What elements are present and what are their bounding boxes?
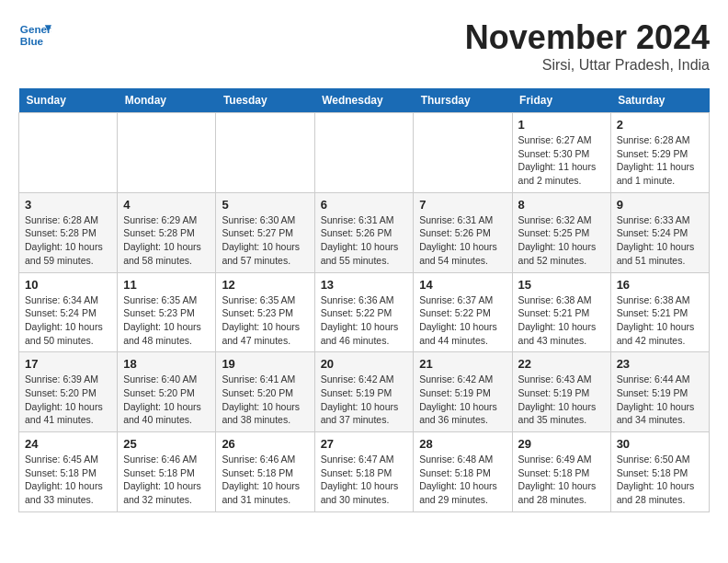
calendar-day-cell: 21Sunrise: 6:42 AM Sunset: 5:19 PM Dayli…	[414, 352, 512, 432]
day-info: Sunrise: 6:31 AM Sunset: 5:26 PM Dayligh…	[419, 213, 506, 268]
calendar-day-cell: 5Sunrise: 6:30 AM Sunset: 5:27 PM Daylig…	[216, 192, 314, 272]
calendar-day-cell: 1Sunrise: 6:27 AM Sunset: 5:30 PM Daylig…	[512, 113, 610, 193]
day-info: Sunrise: 6:37 AM Sunset: 5:22 PM Dayligh…	[419, 293, 506, 348]
page-header: General Blue November 2024 Sirsi, Uttar …	[18, 18, 710, 74]
calendar-header-cell: Friday	[512, 88, 610, 113]
day-info: Sunrise: 6:42 AM Sunset: 5:19 PM Dayligh…	[419, 373, 506, 427]
day-number: 5	[222, 198, 308, 212]
title-block: November 2024 Sirsi, Uttar Pradesh, Indi…	[465, 18, 710, 74]
day-number: 18	[123, 357, 210, 371]
calendar-day-cell: 24Sunrise: 6:45 AM Sunset: 5:18 PM Dayli…	[19, 432, 118, 512]
calendar-header-cell: Thursday	[414, 88, 512, 113]
day-number: 30	[617, 437, 703, 451]
day-info: Sunrise: 6:38 AM Sunset: 5:21 PM Dayligh…	[518, 293, 605, 348]
calendar-day-cell: 14Sunrise: 6:37 AM Sunset: 5:22 PM Dayli…	[414, 272, 512, 352]
calendar-week-row: 24Sunrise: 6:45 AM Sunset: 5:18 PM Dayli…	[19, 432, 710, 512]
location-subtitle: Sirsi, Uttar Pradesh, India	[465, 57, 710, 74]
day-number: 13	[321, 278, 408, 292]
day-number: 8	[518, 198, 605, 212]
calendar-day-cell	[216, 113, 314, 193]
day-number: 16	[617, 278, 703, 292]
calendar-day-cell: 6Sunrise: 6:31 AM Sunset: 5:26 PM Daylig…	[314, 192, 414, 272]
calendar-week-row: 1Sunrise: 6:27 AM Sunset: 5:30 PM Daylig…	[19, 113, 710, 193]
day-info: Sunrise: 6:28 AM Sunset: 5:29 PM Dayligh…	[617, 133, 703, 188]
calendar-week-row: 10Sunrise: 6:34 AM Sunset: 5:24 PM Dayli…	[19, 272, 710, 352]
day-info: Sunrise: 6:31 AM Sunset: 5:26 PM Dayligh…	[321, 213, 408, 268]
calendar-day-cell: 19Sunrise: 6:41 AM Sunset: 5:20 PM Dayli…	[216, 352, 314, 432]
day-number: 15	[518, 278, 605, 292]
calendar-day-cell	[314, 113, 414, 193]
calendar-day-cell	[414, 113, 512, 193]
day-info: Sunrise: 6:35 AM Sunset: 5:23 PM Dayligh…	[222, 293, 308, 348]
svg-text:General: General	[20, 23, 51, 35]
calendar-week-row: 17Sunrise: 6:39 AM Sunset: 5:20 PM Dayli…	[19, 352, 710, 432]
calendar-day-cell: 12Sunrise: 6:35 AM Sunset: 5:23 PM Dayli…	[216, 272, 314, 352]
day-info: Sunrise: 6:33 AM Sunset: 5:24 PM Dayligh…	[617, 213, 703, 268]
day-number: 17	[25, 357, 111, 371]
calendar-day-cell: 30Sunrise: 6:50 AM Sunset: 5:18 PM Dayli…	[610, 432, 709, 512]
day-info: Sunrise: 6:45 AM Sunset: 5:18 PM Dayligh…	[25, 453, 111, 507]
calendar-day-cell: 29Sunrise: 6:49 AM Sunset: 5:18 PM Dayli…	[512, 432, 610, 512]
day-info: Sunrise: 6:46 AM Sunset: 5:18 PM Dayligh…	[222, 453, 308, 507]
calendar-day-cell	[118, 113, 216, 193]
calendar-day-cell: 13Sunrise: 6:36 AM Sunset: 5:22 PM Dayli…	[314, 272, 414, 352]
day-info: Sunrise: 6:36 AM Sunset: 5:22 PM Dayligh…	[321, 293, 408, 348]
day-number: 25	[123, 437, 210, 451]
day-number: 24	[25, 437, 111, 451]
calendar-day-cell: 16Sunrise: 6:38 AM Sunset: 5:21 PM Dayli…	[610, 272, 709, 352]
calendar-day-cell: 4Sunrise: 6:29 AM Sunset: 5:28 PM Daylig…	[118, 192, 216, 272]
day-info: Sunrise: 6:28 AM Sunset: 5:28 PM Dayligh…	[25, 213, 111, 268]
calendar-day-cell: 17Sunrise: 6:39 AM Sunset: 5:20 PM Dayli…	[19, 352, 118, 432]
calendar-day-cell: 28Sunrise: 6:48 AM Sunset: 5:18 PM Dayli…	[414, 432, 512, 512]
calendar-day-cell: 27Sunrise: 6:47 AM Sunset: 5:18 PM Dayli…	[314, 432, 414, 512]
month-title: November 2024	[465, 18, 710, 57]
calendar-day-cell: 26Sunrise: 6:46 AM Sunset: 5:18 PM Dayli…	[216, 432, 314, 512]
day-number: 29	[518, 437, 605, 451]
day-number: 2	[617, 118, 703, 132]
calendar-header-cell: Sunday	[19, 88, 118, 113]
day-number: 11	[123, 278, 210, 292]
day-number: 7	[419, 198, 506, 212]
day-info: Sunrise: 6:48 AM Sunset: 5:18 PM Dayligh…	[419, 453, 506, 507]
calendar-day-cell: 9Sunrise: 6:33 AM Sunset: 5:24 PM Daylig…	[610, 192, 709, 272]
calendar-day-cell: 15Sunrise: 6:38 AM Sunset: 5:21 PM Dayli…	[512, 272, 610, 352]
calendar-header-cell: Tuesday	[216, 88, 314, 113]
calendar-header-cell: Saturday	[610, 88, 709, 113]
day-info: Sunrise: 6:38 AM Sunset: 5:21 PM Dayligh…	[617, 293, 703, 348]
calendar-day-cell: 3Sunrise: 6:28 AM Sunset: 5:28 PM Daylig…	[19, 192, 118, 272]
day-number: 9	[617, 198, 703, 212]
day-info: Sunrise: 6:32 AM Sunset: 5:25 PM Dayligh…	[518, 213, 605, 268]
svg-text:Blue: Blue	[20, 35, 44, 47]
day-number: 22	[518, 357, 605, 371]
day-info: Sunrise: 6:49 AM Sunset: 5:18 PM Dayligh…	[518, 453, 605, 507]
calendar-week-row: 3Sunrise: 6:28 AM Sunset: 5:28 PM Daylig…	[19, 192, 710, 272]
day-info: Sunrise: 6:34 AM Sunset: 5:24 PM Dayligh…	[25, 293, 111, 348]
calendar-day-cell: 10Sunrise: 6:34 AM Sunset: 5:24 PM Dayli…	[19, 272, 118, 352]
calendar-day-cell: 7Sunrise: 6:31 AM Sunset: 5:26 PM Daylig…	[414, 192, 512, 272]
day-number: 10	[25, 278, 111, 292]
calendar-day-cell: 8Sunrise: 6:32 AM Sunset: 5:25 PM Daylig…	[512, 192, 610, 272]
day-info: Sunrise: 6:39 AM Sunset: 5:20 PM Dayligh…	[25, 373, 111, 427]
calendar-header-row: SundayMondayTuesdayWednesdayThursdayFrid…	[19, 88, 710, 113]
day-info: Sunrise: 6:50 AM Sunset: 5:18 PM Dayligh…	[617, 453, 703, 507]
day-number: 6	[321, 198, 408, 212]
calendar-day-cell: 23Sunrise: 6:44 AM Sunset: 5:19 PM Dayli…	[610, 352, 709, 432]
calendar-body: 1Sunrise: 6:27 AM Sunset: 5:30 PM Daylig…	[19, 113, 710, 512]
day-number: 20	[321, 357, 408, 371]
day-number: 3	[25, 198, 111, 212]
day-info: Sunrise: 6:44 AM Sunset: 5:19 PM Dayligh…	[617, 373, 703, 427]
day-number: 19	[222, 357, 308, 371]
day-info: Sunrise: 6:43 AM Sunset: 5:19 PM Dayligh…	[518, 373, 605, 427]
calendar-day-cell: 18Sunrise: 6:40 AM Sunset: 5:20 PM Dayli…	[118, 352, 216, 432]
day-number: 4	[123, 198, 210, 212]
day-info: Sunrise: 6:27 AM Sunset: 5:30 PM Dayligh…	[518, 133, 605, 188]
day-info: Sunrise: 6:42 AM Sunset: 5:19 PM Dayligh…	[321, 373, 408, 427]
day-number: 14	[419, 278, 506, 292]
day-info: Sunrise: 6:47 AM Sunset: 5:18 PM Dayligh…	[321, 453, 408, 507]
day-info: Sunrise: 6:30 AM Sunset: 5:27 PM Dayligh…	[222, 213, 308, 268]
logo-icon: General Blue	[18, 18, 51, 52]
calendar-day-cell: 20Sunrise: 6:42 AM Sunset: 5:19 PM Dayli…	[314, 352, 414, 432]
day-info: Sunrise: 6:46 AM Sunset: 5:18 PM Dayligh…	[123, 453, 210, 507]
day-number: 26	[222, 437, 308, 451]
day-number: 28	[419, 437, 506, 451]
